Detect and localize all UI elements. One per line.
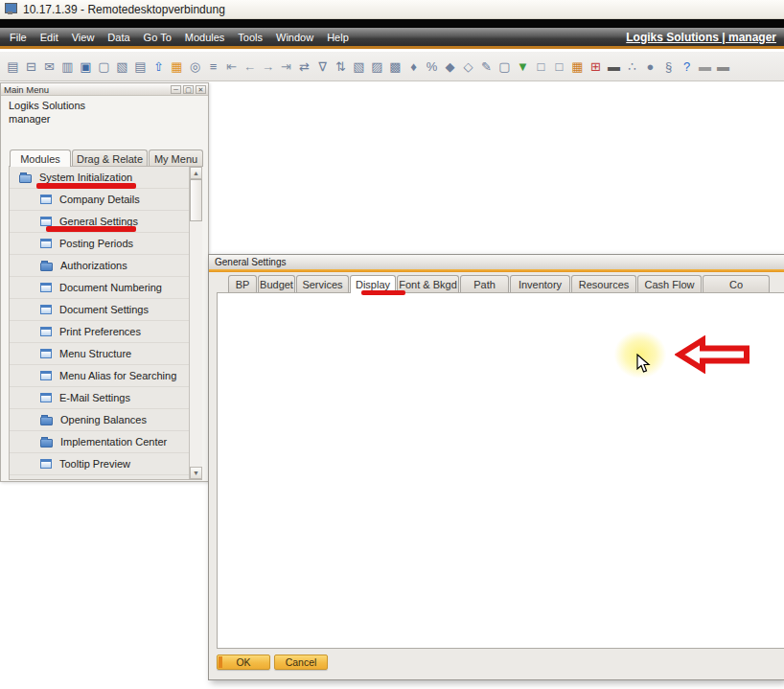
- menu-view[interactable]: View: [65, 32, 102, 43]
- scroll-thumb[interactable]: [190, 179, 202, 221]
- excel-export-icon[interactable]: ⇧: [150, 57, 168, 76]
- dialog-tab-cash-flow[interactable]: Cash Flow: [637, 275, 702, 292]
- list-icon[interactable]: ≡: [204, 57, 222, 76]
- dialog-tab-services[interactable]: Services: [296, 275, 349, 292]
- dialog-tab-bp[interactable]: BP: [228, 275, 257, 292]
- tab-drag-and-relate[interactable]: Drag & Relate: [72, 149, 148, 167]
- tab-modules[interactable]: Modules: [10, 149, 71, 167]
- menu-modules[interactable]: Modules: [178, 32, 232, 43]
- volume-weight-icon[interactable]: ◇: [459, 57, 477, 76]
- comment-icon[interactable]: □: [532, 57, 550, 76]
- form-settings-icon[interactable]: ▼: [514, 57, 532, 76]
- report-icon[interactable]: ▬: [605, 57, 623, 76]
- chat-icon[interactable]: □: [550, 57, 568, 76]
- tree-item-posting-periods[interactable]: Posting Periods: [10, 233, 189, 255]
- tree-item-implementation-center[interactable]: Implementation Center: [10, 431, 189, 453]
- gross-profit-icon[interactable]: %: [423, 57, 441, 76]
- export-icon[interactable]: ▥: [58, 57, 77, 76]
- tree-item-print-preferences[interactable]: Print Preferences: [10, 321, 189, 343]
- sort-icon[interactable]: ⇅: [332, 57, 350, 76]
- menu-edit[interactable]: Edit: [34, 32, 65, 43]
- tree-scrollbar[interactable]: ▲ ▼: [189, 167, 202, 479]
- notes-icon[interactable]: ▬: [696, 57, 714, 76]
- minimize-icon[interactable]: ─: [171, 85, 181, 94]
- cancel-button[interactable]: Cancel: [274, 655, 328, 670]
- duplicate-icon[interactable]: ▩: [386, 57, 404, 76]
- account-label[interactable]: Logiks Solutions | manager: [626, 31, 776, 44]
- tree-item-label: Menu Structure: [59, 348, 131, 359]
- cut-icon[interactable]: ▢: [95, 57, 113, 76]
- lock-icon[interactable]: §: [659, 57, 678, 76]
- dialog-titlebar[interactable]: General Settings: [209, 255, 784, 269]
- form-icon: [40, 195, 52, 204]
- tree-item-menu-structure[interactable]: Menu Structure: [10, 343, 189, 365]
- menu-window[interactable]: Window: [269, 32, 320, 43]
- dialog-tab-path[interactable]: Path: [460, 275, 509, 292]
- previous-record-icon[interactable]: ←: [241, 57, 259, 76]
- book-icon[interactable]: ▬: [714, 57, 732, 76]
- menubar: FileEditViewDataGo ToModulesToolsWindowH…: [0, 28, 784, 49]
- new-form-icon[interactable]: ▢: [496, 57, 514, 76]
- tree-item-e-mail-settings[interactable]: E-Mail Settings: [10, 387, 189, 409]
- folder-icon: [40, 439, 53, 448]
- email-icon[interactable]: ✉: [40, 57, 58, 76]
- form-icon: [40, 283, 52, 292]
- dialog-tab-co[interactable]: Co: [703, 275, 770, 292]
- tree-item-authorizations[interactable]: Authorizations: [10, 255, 189, 277]
- last-record-icon[interactable]: ⇥: [277, 57, 295, 76]
- user-icon[interactable]: ●: [641, 57, 659, 76]
- tree-item-document-settings[interactable]: Document Settings: [10, 299, 189, 321]
- help-icon[interactable]: ?: [678, 57, 696, 76]
- dialog-tabs: BPBudgetServicesDisplayFont & BkgdPathIn…: [228, 275, 771, 292]
- tree-item-system-initialization[interactable]: System Initialization: [10, 167, 189, 189]
- target-document-icon[interactable]: ▨: [368, 57, 386, 76]
- close-icon[interactable]: ✕: [196, 85, 206, 94]
- copy-icon[interactable]: ▧: [113, 57, 131, 76]
- ok-button[interactable]: OK: [217, 655, 270, 670]
- scroll-up-icon[interactable]: ▲: [190, 167, 202, 179]
- menu-tools[interactable]: Tools: [231, 32, 269, 43]
- main-menu-titlebar[interactable]: Main Menu ─ ▢ ✕: [1, 83, 208, 96]
- form-icon: [40, 239, 52, 248]
- calendar-icon[interactable]: ▦: [568, 57, 587, 76]
- find-file-icon[interactable]: ▤: [4, 57, 22, 76]
- maximize-icon[interactable]: ▢: [183, 85, 194, 94]
- refresh-icon[interactable]: ⇄: [295, 57, 313, 76]
- print-layout-icon[interactable]: ▦: [168, 57, 186, 76]
- hierarchy-icon[interactable]: ∴: [623, 57, 641, 76]
- binoculars-icon[interactable]: ◎: [186, 57, 204, 76]
- dialog-tab-font-bkgd[interactable]: Font & Bkgd: [397, 275, 459, 292]
- menu-help[interactable]: Help: [320, 32, 356, 43]
- paste-icon[interactable]: ▤: [131, 57, 150, 76]
- stamp-icon[interactable]: ♦: [404, 57, 423, 76]
- print-icon[interactable]: ⊟: [22, 57, 40, 76]
- folder-icon: [40, 263, 53, 271]
- tree-item-label: Menu Alias for Searching: [59, 370, 176, 381]
- tree-item-label: Document Numbering: [59, 282, 162, 293]
- dialog-tab-inventory[interactable]: Inventory: [510, 275, 570, 292]
- clipboard-icon[interactable]: ▣: [77, 57, 95, 76]
- menu-go-to[interactable]: Go To: [137, 32, 178, 43]
- first-record-icon[interactable]: ⇤: [222, 57, 241, 76]
- form-icon: [40, 393, 52, 402]
- tree-item-label: Opening Balances: [60, 414, 147, 425]
- tree-item-document-numbering[interactable]: Document Numbering: [10, 277, 189, 299]
- scroll-down-icon[interactable]: ▼: [190, 467, 202, 479]
- tree-item-company-details[interactable]: Company Details: [10, 189, 189, 211]
- query-wizard-icon[interactable]: ⊞: [587, 57, 605, 76]
- tree-item-general-settings[interactable]: General Settings: [10, 211, 189, 233]
- base-document-icon[interactable]: ▧: [350, 57, 368, 76]
- tree-item-opening-balances[interactable]: Opening Balances: [10, 409, 189, 431]
- edit-icon[interactable]: ✎: [477, 57, 496, 76]
- payment-means-icon[interactable]: ◆: [441, 57, 459, 76]
- tree-item-tooltip-preview[interactable]: Tooltip Preview: [10, 453, 189, 475]
- dialog-tab-display[interactable]: Display: [350, 275, 396, 293]
- dialog-tab-resources[interactable]: Resources: [571, 275, 636, 292]
- next-record-icon[interactable]: →: [259, 57, 277, 76]
- menu-file[interactable]: File: [3, 32, 34, 43]
- tree-item-menu-alias-for-searching[interactable]: Menu Alias for Searching: [10, 365, 189, 387]
- dialog-tab-budget[interactable]: Budget: [258, 275, 295, 292]
- filter-icon[interactable]: ∇: [313, 57, 332, 76]
- menu-data[interactable]: Data: [101, 32, 136, 43]
- tab-my-menu[interactable]: My Menu: [149, 149, 203, 167]
